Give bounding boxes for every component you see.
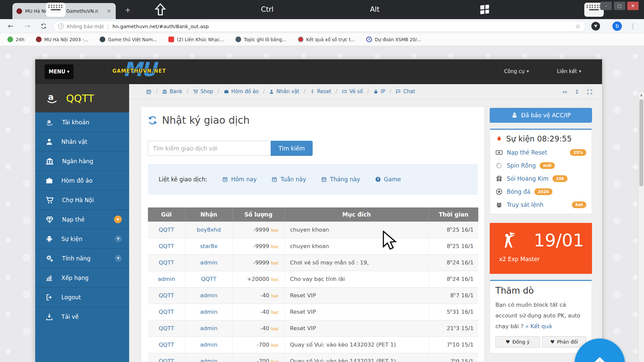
- sender-link[interactable]: QQTT: [159, 309, 174, 315]
- site-container: MENU ▼ MU GAMETHUVN.NET Công cụ▼ Liên kế…: [35, 59, 602, 362]
- breadcrumb-vault[interactable]: Hòm đồ ảo: [224, 88, 259, 95]
- receiver-link[interactable]: admin: [200, 292, 218, 299]
- window-close-button[interactable]: ✕: [627, 2, 639, 10]
- scrollbar-up-arrow[interactable]: ▲: [639, 93, 644, 97]
- receiver-link[interactable]: admin: [200, 358, 218, 362]
- back-button[interactable]: ←: [5, 21, 16, 32]
- cart-icon: [193, 89, 198, 94]
- transactions-tbody: QQTTboy8xhd-9999 bạcchuyen khoan8h25 16/…: [148, 222, 478, 362]
- sender-link[interactable]: QQTT: [159, 259, 174, 266]
- links-dropdown[interactable]: Liên kết▼: [557, 68, 581, 74]
- page-info-icon[interactable]: i: [58, 23, 64, 29]
- profile-avatar[interactable]: b: [612, 21, 622, 31]
- sender-link[interactable]: QQTT: [159, 342, 174, 348]
- event-link[interactable]: Truy sát lệnh: [507, 201, 543, 208]
- sidebar-item-logout[interactable]: Logout: [35, 287, 129, 307]
- event-link[interactable]: Nạp thẻ Reset: [507, 149, 547, 156]
- sender-link[interactable]: QQTT: [159, 227, 174, 233]
- breadcrumb-ip[interactable]: IP: [373, 88, 385, 95]
- col-header-sender: Gửi: [148, 207, 185, 222]
- window-maximize-button[interactable]: ▢: [614, 2, 625, 10]
- sidebar-item-account[interactable]: a Tài khoản: [35, 112, 129, 132]
- breadcrumb-character[interactable]: Nhân vật: [269, 88, 299, 95]
- bookmark-favicon: [298, 37, 304, 42]
- refresh-icon[interactable]: [148, 116, 157, 125]
- calendar-icon: [321, 176, 327, 182]
- search-button[interactable]: Tìm kiếm: [271, 141, 313, 156]
- breadcrumb-bank[interactable]: Bank: [162, 88, 182, 95]
- money-icon: [495, 149, 503, 156]
- event-link[interactable]: Sói Hoàng Kim: [507, 175, 548, 182]
- receiver-link[interactable]: admin: [200, 325, 218, 331]
- breadcrumb-chat[interactable]: Chat: [395, 88, 415, 95]
- sidebar-item-ranking[interactable]: Xếp hạng: [35, 268, 129, 287]
- window-minimize-button[interactable]: –: [600, 2, 612, 10]
- poll-oppose-button[interactable]: ♥Phản đối: [542, 336, 587, 348]
- poll-results-link[interactable]: » Kết quả: [525, 323, 552, 329]
- sidebar-item-vault[interactable]: Hòm đồ ảo: [35, 171, 129, 190]
- filter-game[interactable]: ?Game: [375, 176, 401, 183]
- filter-today[interactable]: Hôm nay: [222, 176, 257, 183]
- sidebar-item-bank[interactable]: Ngân hàng: [35, 151, 129, 171]
- browser-menu-icon[interactable]: ⋮: [630, 21, 636, 31]
- sidebar-item-character[interactable]: Nhân vật: [35, 132, 129, 151]
- amount-value: -700: [257, 342, 269, 348]
- new-tab-button[interactable]: +: [123, 5, 133, 15]
- extension-icon[interactable]: [591, 22, 600, 31]
- tab-close-icon[interactable]: ×: [106, 8, 112, 14]
- sender-link[interactable]: QQTT: [159, 325, 174, 331]
- page-scrollbar[interactable]: ▲: [638, 92, 644, 362]
- bookmark-star-icon[interactable]: ☆: [575, 23, 581, 30]
- site-logo[interactable]: MU GAMETHUVN.NET: [102, 59, 176, 84]
- sidebar-item-features[interactable]: Tính năng ▼: [35, 248, 129, 268]
- breadcrumb-home[interactable]: [146, 89, 152, 95]
- filter-week[interactable]: Tuần này: [271, 176, 306, 183]
- bookmark-item[interactable]: XDự đoán XSMB 20/...: [366, 37, 421, 42]
- expand-vertical-icon[interactable]: ↕: [575, 88, 579, 95]
- url-bar[interactable]: i Không bảo mật | hn.gamethuvn.net/#auth…: [53, 21, 586, 32]
- sidebar-item-events[interactable]: Sự kiện ▼: [35, 229, 129, 248]
- breadcrumb-shop[interactable]: Shop: [193, 88, 213, 95]
- filter-panel: Liệt kê giao dịch: Hôm nay Tuần này Thán…: [148, 164, 478, 195]
- menu-button[interactable]: MENU ▼: [45, 64, 73, 79]
- bookmark-item[interactable]: Topic ghi lô bằng...: [235, 37, 286, 42]
- poll-agree-button[interactable]: ♥Đồng ý: [495, 336, 540, 348]
- protect-acc-ip-button[interactable]: Đã bảo vệ ACC/IP: [490, 108, 592, 123]
- receiver-link[interactable]: admin: [200, 309, 218, 315]
- bookmark-item[interactable]: Kết quả xổ số trực t...: [298, 37, 355, 42]
- receiver-link[interactable]: admin: [200, 342, 218, 348]
- event-banner[interactable]: 19/01 x2 Exp Master: [490, 223, 592, 274]
- sidebar-item-market[interactable]: Chợ Hà Nội: [35, 190, 129, 209]
- forward-button[interactable]: →: [22, 21, 33, 32]
- receiver-link[interactable]: admin: [200, 259, 218, 266]
- receiver-link[interactable]: star8x: [200, 243, 217, 249]
- bookmark-item[interactable]: 24h: [7, 37, 24, 42]
- tools-dropdown[interactable]: Công cụ▼: [504, 68, 529, 74]
- sender-link[interactable]: QQTT: [159, 243, 174, 249]
- sidebar-item-recharge[interactable]: Nạp thẻ ★: [35, 209, 129, 229]
- sender-link[interactable]: QQTT: [159, 358, 174, 362]
- fullscreen-icon[interactable]: [587, 89, 593, 95]
- gears-icon: [45, 254, 54, 263]
- purpose-text: Reset VIP: [290, 292, 316, 299]
- breadcrumb-reset[interactable]: Reset: [310, 88, 331, 95]
- sender-link[interactable]: QQTT: [159, 292, 174, 299]
- event-link[interactable]: Bóng đá: [507, 188, 530, 195]
- breadcrumb-lottery[interactable]: Vé số: [342, 88, 363, 95]
- bookmark-item[interactable]: Game thủ Việt Nam...: [100, 37, 157, 42]
- bookmark-item[interactable]: (2) Liên Khúc Nhạc...: [168, 37, 224, 42]
- filter-month[interactable]: Tháng này: [321, 176, 360, 183]
- scrollbar-thumb[interactable]: [639, 99, 643, 186]
- event-link[interactable]: Spin Rồng: [507, 162, 536, 169]
- ctrl-key-overlay: Ctrl: [261, 5, 273, 13]
- bookmark-favicon: [36, 37, 42, 42]
- expand-horizontal-icon[interactable]: ↔: [562, 88, 567, 95]
- sender-link[interactable]: admin: [158, 276, 175, 282]
- receiver-link[interactable]: QQTT: [201, 276, 217, 282]
- sidebar-item-download[interactable]: Tải về: [35, 307, 129, 326]
- bookmark-item[interactable]: MU Hà Nội 2003 -...: [36, 37, 88, 42]
- search-input[interactable]: [148, 141, 271, 156]
- refresh-button[interactable]: [38, 21, 49, 32]
- transactions-card: Nhật ký giao dịch Tìm kiếm Liệt kê giao …: [141, 107, 485, 362]
- receiver-link[interactable]: boy8xhd: [197, 227, 221, 233]
